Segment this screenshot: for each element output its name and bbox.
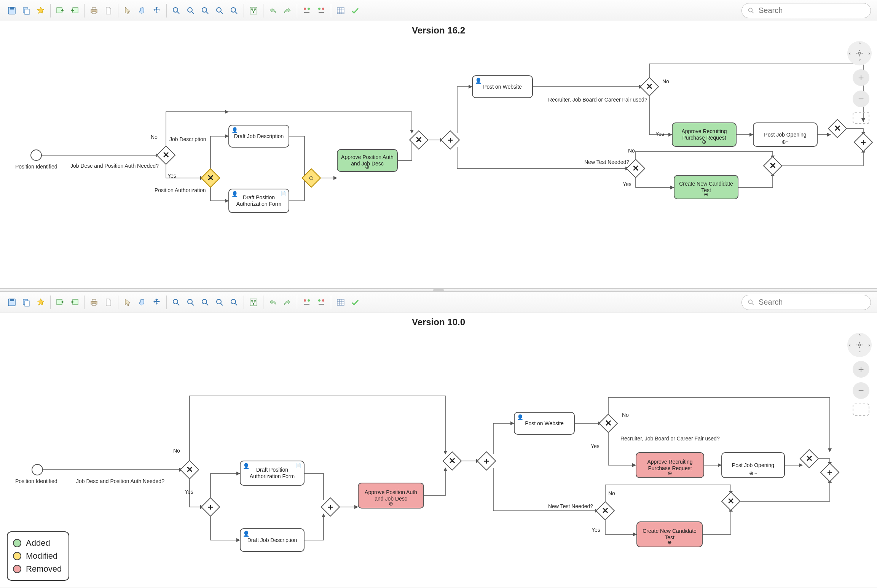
fit-screen-button[interactable] [853, 404, 869, 416]
print-button[interactable] [88, 4, 100, 17]
import-button[interactable] [54, 296, 67, 309]
gateway-merge-x[interactable]: ✕ [443, 451, 462, 471]
table-view-button[interactable] [334, 296, 347, 309]
pan-tool-button[interactable] [136, 4, 149, 17]
zoom-selection-button[interactable] [228, 4, 241, 17]
gateway-merge-test[interactable]: ✕ [763, 156, 783, 176]
diagram-canvas-bottom[interactable]: Position Identified ✕ Job Desc and Posit… [0, 329, 877, 588]
zoom-in-button[interactable] [170, 296, 183, 309]
gateway-merge-x[interactable]: ✕ [409, 130, 429, 150]
zoom-fit-button[interactable] [213, 296, 226, 309]
gateway-recruiter[interactable]: ✕ [640, 77, 659, 97]
gateway-branch[interactable]: ✕ [201, 168, 220, 188]
compare-left-button[interactable] [300, 4, 313, 17]
search-input[interactable] [758, 6, 865, 15]
zoom-out-button[interactable] [184, 4, 197, 17]
task-create-test[interactable]: Create New Candidate Test ⊕ [636, 521, 703, 547]
pan-tool-button[interactable] [136, 296, 149, 309]
gateway-merge-yellow[interactable]: ○ [302, 168, 321, 188]
zoom-actual-button[interactable] [199, 296, 212, 309]
task-create-test[interactable]: Create New Candidate Test ⊕ [674, 175, 738, 199]
copy-button[interactable] [20, 296, 33, 309]
gateway-parallel-merge[interactable]: ＋ [321, 497, 340, 517]
zoom-out-button[interactable]: − [853, 91, 869, 107]
compare-left-button[interactable] [300, 296, 313, 309]
pointer-tool-button[interactable] [121, 296, 134, 309]
fit-screen-button[interactable] [853, 112, 869, 124]
table-view-button[interactable] [334, 4, 347, 17]
new-button[interactable] [34, 296, 47, 309]
zoom-in-button[interactable] [170, 4, 183, 17]
page-setup-button[interactable] [102, 4, 115, 17]
save-button[interactable] [5, 4, 18, 17]
search-input[interactable] [758, 297, 865, 307]
task-approve-rpr[interactable]: Approve Recruiting Purchase Request ⊕ [636, 452, 704, 478]
print-button[interactable] [88, 296, 100, 309]
gateway-merge-recruiter[interactable]: ✕ [828, 119, 847, 138]
zoom-fit-button[interactable] [213, 4, 226, 17]
export-button[interactable] [68, 296, 81, 309]
import-button[interactable] [54, 4, 67, 17]
zoom-in-button[interactable]: + [853, 361, 869, 378]
diagram-canvas-top[interactable]: Position Identified ✕ Job Desc and Posit… [0, 37, 877, 288]
zoom-actual-button[interactable] [199, 4, 212, 17]
search-box[interactable] [741, 295, 871, 310]
task-draft-pa[interactable]: 👤 📄 Draft Position Authorization Form [228, 189, 289, 213]
redo-button[interactable] [281, 4, 294, 17]
pane-top: Version 16.2 [0, 0, 877, 289]
chevron-right-icon: › [868, 342, 870, 348]
compare-right-button[interactable] [315, 4, 328, 17]
task-draft-jd[interactable]: 👤 Draft Job Description [240, 528, 305, 552]
gateway-needed[interactable]: ✕ [180, 460, 199, 480]
task-draft-pa[interactable]: 👤 📄 Draft Position Authorization Form [240, 461, 305, 486]
task-post-website[interactable]: 👤 Post on Website [514, 412, 575, 435]
auto-layout-button[interactable] [247, 4, 260, 17]
nav-pad[interactable]: ‹ › ˄ ˅ [847, 41, 872, 65]
zoom-out-button[interactable] [184, 296, 197, 309]
search-box[interactable] [741, 3, 871, 18]
task-post-website[interactable]: 👤 Post on Website [472, 75, 533, 98]
user-task-icon: 👤 [231, 191, 238, 197]
zoom-in-button[interactable]: + [853, 69, 869, 86]
task-label: Draft Job Description [247, 537, 297, 544]
task-approve-rpr[interactable]: Approve Recruiting Purchase Request ⊕ [672, 122, 737, 147]
export-button[interactable] [68, 4, 81, 17]
start-event[interactable] [30, 149, 42, 161]
start-event[interactable] [32, 464, 43, 475]
validate-button[interactable] [349, 296, 362, 309]
new-button[interactable] [34, 4, 47, 17]
gateway-newtest[interactable]: ✕ [596, 501, 615, 521]
auto-layout-button[interactable] [247, 296, 260, 309]
page-setup-button[interactable] [102, 296, 115, 309]
gateway-recruiter[interactable]: ✕ [599, 414, 618, 433]
gateway-needed[interactable]: ✕ [156, 146, 176, 165]
move-tool-button[interactable] [150, 296, 163, 309]
zoom-selection-button[interactable] [228, 296, 241, 309]
task-draft-jd[interactable]: 👤 Draft Job Description [228, 125, 289, 148]
redo-button[interactable] [281, 296, 294, 309]
nav-pad[interactable]: ‹ › ˄ ˅ [847, 333, 872, 357]
save-button[interactable] [5, 296, 18, 309]
splitter-handle[interactable] [0, 289, 877, 292]
task-post-opening[interactable]: Post Job Opening ⊕~ [753, 122, 818, 147]
start-label: Position Identified [15, 164, 57, 170]
task-post-opening[interactable]: Post Job Opening ⊕~ [721, 452, 785, 478]
gateway-parallel-end[interactable]: ＋ [820, 463, 840, 482]
gateway-parallel[interactable]: ＋ [441, 130, 460, 150]
gateway-parallel-branch[interactable]: ＋ [201, 497, 220, 517]
user-task-icon: 👤 [517, 414, 523, 421]
compare-right-button[interactable] [315, 296, 328, 309]
gateway-merge-recruiter[interactable]: ✕ [800, 449, 819, 469]
copy-button[interactable] [20, 4, 33, 17]
validate-button[interactable] [349, 4, 362, 17]
zoom-out-button[interactable]: − [853, 382, 869, 399]
task-approve[interactable]: Approve Position Auth and Job Desc ⊕ [337, 149, 398, 172]
undo-button[interactable] [266, 4, 279, 17]
gateway-parallel[interactable]: ＋ [477, 451, 496, 471]
move-tool-button[interactable] [150, 4, 163, 17]
task-approve[interactable]: Approve Position Auth and Job Desc ⊕ [358, 483, 424, 509]
undo-button[interactable] [266, 296, 279, 309]
gateway-parallel-end[interactable]: ＋ [854, 133, 873, 152]
gateway-merge-test[interactable]: ✕ [721, 492, 741, 511]
pointer-tool-button[interactable] [121, 4, 134, 17]
